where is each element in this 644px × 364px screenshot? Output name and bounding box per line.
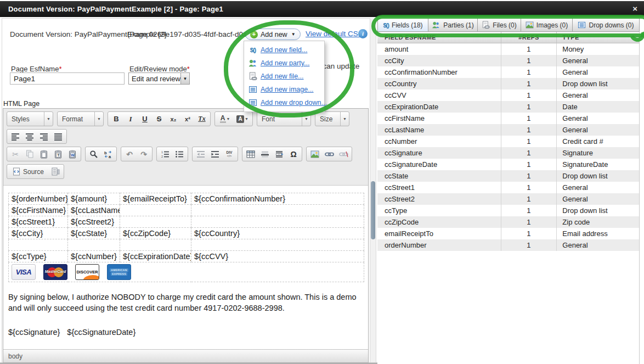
field-placeholder-cell[interactable] (191, 216, 364, 228)
underline-button[interactable]: U (138, 113, 152, 125)
bg-color-button[interactable]: A ▼ (234, 113, 251, 125)
font-combo[interactable]: Font ▼ (257, 111, 311, 126)
table-row[interactable]: ccSignatureDate 1 SignatureDate (377, 159, 639, 170)
field-placeholder-cell[interactable]: ${amount} (68, 193, 120, 205)
add-new-button[interactable]: + Add new ▼ (245, 29, 301, 40)
field-placeholder-cell[interactable] (191, 205, 364, 216)
signature-line[interactable]: ${ccSignature} ${ccSignatureDate} (8, 328, 363, 337)
paste-text-button[interactable]: T (51, 148, 65, 160)
menu-item-add-dropdown[interactable]: Add new drop down... (244, 96, 324, 109)
bullet-list-button[interactable] (172, 148, 187, 160)
signature-placeholder[interactable]: ${ccSignature} (8, 328, 60, 337)
subscript-button[interactable]: x₂ (166, 113, 180, 125)
menu-item-add-image[interactable]: Add new image... (244, 83, 324, 96)
field-placeholder-cell[interactable]: ${ccConfirmationNumber} (191, 193, 364, 205)
strikethrough-button[interactable]: S (152, 113, 166, 125)
image-button[interactable] (308, 148, 322, 160)
align-right-button[interactable] (37, 130, 51, 143)
bold-button[interactable]: B (109, 113, 123, 125)
field-placeholder-cell[interactable]: ${ccExpirationDate} (120, 251, 191, 262)
field-placeholder-cell[interactable]: ${ccCity} (9, 228, 68, 239)
align-justify-button[interactable] (51, 130, 65, 143)
format-combo[interactable]: Format ▼ (57, 111, 104, 126)
tab-images[interactable]: Images (0) (521, 18, 573, 32)
field-placeholder-cell[interactable]: ${emailReceiptTo} (120, 193, 191, 205)
italic-button[interactable]: I (123, 113, 138, 125)
special-char-button[interactable]: Ω (286, 148, 301, 160)
tab-files[interactable]: Files (0) (478, 18, 521, 32)
find-button[interactable] (87, 148, 101, 160)
field-placeholder-cell[interactable] (191, 239, 364, 251)
table-row[interactable]: ccSignature 1 Signature (377, 147, 639, 159)
numbered-list-button[interactable]: 12 (158, 148, 172, 160)
table-row[interactable]: ccFirstName 1 General (377, 113, 639, 124)
table-button[interactable] (244, 148, 258, 160)
replace-button[interactable]: ba (101, 148, 115, 160)
show-blocks-button[interactable] (48, 165, 63, 178)
table-row[interactable]: ccNumber 1 Credit card # (377, 136, 639, 147)
align-center-button[interactable] (22, 130, 37, 143)
table-row[interactable]: ccStreet2 1 General (377, 193, 639, 205)
align-left-button[interactable] (8, 130, 22, 143)
field-placeholder-cell[interactable]: ${ccNumber} (68, 251, 120, 262)
field-placeholder-cell[interactable]: ${ccCVV} (191, 251, 364, 262)
paste-word-button[interactable]: W (65, 148, 80, 160)
field-placeholder-cell[interactable]: ${ccCountry} (191, 228, 364, 239)
size-combo[interactable]: Size ▼ (315, 111, 349, 126)
field-placeholder-cell[interactable] (120, 239, 191, 251)
cut-button[interactable]: ✂ (8, 148, 22, 160)
view-default-css-link[interactable]: View default CSS (306, 30, 363, 38)
link-button[interactable] (322, 148, 336, 160)
field-placeholder-cell[interactable]: ${ccStreet2} (68, 216, 120, 228)
tab-fields[interactable]: $() Fields (18) (377, 18, 428, 32)
field-placeholder-cell[interactable]: ${ccLastName} (68, 205, 120, 216)
outdent-button[interactable] (194, 148, 208, 160)
field-placeholder-cell[interactable]: ${ccZipCode} (120, 228, 191, 239)
field-placeholder-cell[interactable] (9, 239, 68, 251)
indent-button[interactable] (208, 148, 222, 160)
field-placeholder-cell[interactable] (120, 216, 191, 228)
unlink-button[interactable] (336, 148, 351, 160)
editor-path-bar[interactable]: body (3, 349, 368, 362)
menu-item-add-file[interactable]: Add new file... (244, 70, 324, 83)
info-icon[interactable]: i (358, 29, 368, 38)
field-placeholder-cell[interactable] (120, 205, 191, 216)
table-row[interactable]: emailReceiptTo 1 Email address (377, 228, 639, 239)
signature-date-placeholder[interactable]: ${ccSignatureDate} (67, 328, 135, 337)
field-placeholder-cell[interactable]: ${ccState} (68, 228, 120, 239)
table-row[interactable]: orderNumber 1 General (377, 239, 639, 251)
field-placeholder-cell[interactable]: ${orderNumber} (9, 193, 68, 205)
table-row[interactable]: ccExpirationDate 1 Date (377, 101, 639, 113)
table-row[interactable]: ccStreet1 1 General (377, 182, 639, 193)
text-color-button[interactable]: A ▼ (216, 113, 234, 125)
edit-review-mode-select[interactable]: Edit and review ▼ (128, 72, 190, 85)
field-placeholder-cell[interactable]: ${ccType} (9, 251, 68, 262)
page-break-button[interactable] (272, 148, 286, 160)
menu-item-add-party[interactable]: Add new party... (244, 57, 324, 70)
editor-content-area[interactable]: ${orderNumber} ${amount} ${emailReceiptT… (3, 186, 368, 349)
superscript-button[interactable]: x² (180, 113, 195, 125)
field-placeholder-cell[interactable]: ${ccStreet1} (9, 216, 68, 228)
source-button[interactable]: Source (8, 165, 48, 178)
paste-button[interactable] (37, 148, 51, 160)
close-icon[interactable]: × (632, 4, 637, 13)
column-header-refs[interactable]: #REFS (501, 32, 557, 43)
menu-item-add-field[interactable]: $() Add new field... (244, 43, 324, 57)
field-placeholder-cell[interactable] (68, 239, 120, 251)
undo-button[interactable]: ↶ (122, 148, 137, 160)
horizontal-rule-button[interactable] (258, 148, 272, 160)
vertical-scrollbar[interactable] (370, 18, 376, 362)
tab-parties[interactable]: Parties (1) (428, 18, 478, 32)
page-esfname-input[interactable] (10, 72, 125, 85)
table-row[interactable]: ccCountry 1 Drop down list (377, 78, 639, 89)
table-row[interactable]: ccCVV 1 General (377, 89, 639, 101)
tab-dropdowns[interactable]: Drop downs (0) (573, 18, 640, 32)
redo-button[interactable]: ↷ (137, 148, 151, 160)
table-row[interactable]: ccZipCode 1 Zip code (377, 216, 639, 228)
table-row[interactable]: ccLastName 1 General (377, 124, 639, 136)
scrollbar-thumb[interactable] (371, 181, 375, 239)
table-row[interactable]: ccType 1 Drop down list (377, 205, 639, 216)
column-header-type[interactable]: TYPE (557, 32, 639, 43)
styles-combo[interactable]: Styles ▼ (7, 111, 53, 126)
table-row[interactable]: ccState 1 Drop down list (377, 170, 639, 182)
